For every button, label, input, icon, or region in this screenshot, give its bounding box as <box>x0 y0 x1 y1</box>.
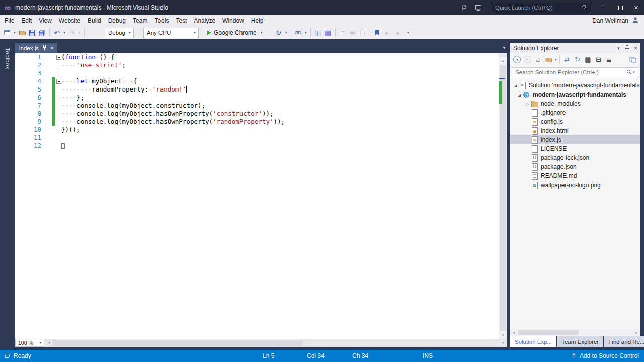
search-options-dropdown-icon[interactable]: ▾ <box>632 70 636 74</box>
tree-item-index-js[interactable]: index.js <box>510 135 640 144</box>
bookmark-icon[interactable] <box>372 27 382 38</box>
browser-link-refresh-icon[interactable]: ↻ <box>274 27 284 38</box>
code-line-7[interactable]: 7····console.log(myObject.constructor); <box>15 102 499 110</box>
line-number[interactable]: 10 <box>15 126 41 134</box>
expander-collapsed-icon[interactable]: ▷ <box>524 102 531 106</box>
line-number[interactable]: 5 <box>15 85 41 94</box>
tree-item-license[interactable]: LICENSE <box>510 144 640 153</box>
code-area[interactable]: 1(function·()·{2····'use·strict';34····l… <box>15 53 499 339</box>
line-number[interactable]: 12 <box>15 142 41 150</box>
tab-close-icon[interactable]: × <box>50 45 53 51</box>
status-insert-mode[interactable]: INS <box>423 352 433 359</box>
open-file-icon[interactable] <box>17 27 27 38</box>
tree-item-config-js[interactable]: config.js <box>510 117 640 126</box>
menu-window[interactable]: Window <box>219 15 248 26</box>
scroll-right-icon[interactable]: ▸ <box>500 339 507 347</box>
line-number[interactable]: 4 <box>15 77 41 85</box>
tool-tab-find-and-re-[interactable]: Find and Re... <box>604 336 644 347</box>
code-line-11[interactable]: 11 <box>15 134 499 142</box>
solution-search-input[interactable]: Search Solution Explorer (Ctrl+;) ▾ <box>512 67 638 77</box>
menu-build[interactable]: Build <box>84 15 105 26</box>
menu-edit[interactable]: Edit <box>18 15 35 26</box>
menu-tools[interactable]: Tools <box>151 15 172 26</box>
menu-file[interactable]: File <box>1 15 18 26</box>
line-number[interactable]: 7 <box>15 102 41 110</box>
scrollbar-track[interactable] <box>499 64 507 332</box>
code-line-9[interactable]: 9····console.log(myObject.hasOwnProperty… <box>15 118 499 126</box>
menu-view[interactable]: View <box>35 15 55 26</box>
status-column[interactable]: Col 34 <box>307 352 325 359</box>
run-target-dropdown-icon[interactable]: ▾ <box>259 27 264 38</box>
horizontal-scrollbar-thumb[interactable] <box>53 340 303 346</box>
undo-dropdown-icon[interactable]: ▾ <box>62 27 67 38</box>
line-number[interactable]: 8 <box>15 110 41 118</box>
menu-website[interactable]: Website <box>55 15 84 26</box>
status-line[interactable]: Ln 5 <box>263 352 274 359</box>
tree-horizontal-scrollb[interactable]: ◂ ▸ <box>510 329 640 336</box>
collapse-all-icon[interactable]: ⊟ <box>593 54 604 65</box>
expander-expanded-icon[interactable]: ◢ <box>516 93 523 97</box>
fold-collapse-icon[interactable] <box>56 79 61 84</box>
status-character[interactable]: Ch 34 <box>352 352 368 359</box>
code-line-2[interactable]: 2····'use·strict'; <box>15 61 499 69</box>
split-view-icon[interactable]: ◫ <box>313 27 323 38</box>
line-number[interactable]: 3 <box>15 69 41 77</box>
refresh-icon[interactable]: ↻ <box>572 54 583 65</box>
start-debugging-button[interactable]: Google Chrome ▾ <box>204 27 267 38</box>
code-line-6[interactable]: 6····}; <box>15 94 499 102</box>
pin-icon[interactable] <box>42 45 47 52</box>
solution-configuration-dropdown[interactable]: Debug ▾ <box>105 28 134 38</box>
solution-explorer-header[interactable]: Solution Explorer ▾ × <box>510 43 640 53</box>
tool-tab-team-explorer[interactable]: Team Explorer <box>557 336 603 347</box>
tree-item-node-modules[interactable]: ▷node_modules <box>510 99 640 108</box>
quick-launch-input[interactable]: Quick Launch (Ctrl+Q) <box>492 3 591 13</box>
new-project-dropdown-icon[interactable]: ▾ <box>12 27 17 38</box>
new-project-icon[interactable] <box>2 27 12 38</box>
scroll-right-icon[interactable]: ▸ <box>633 329 640 336</box>
save-icon[interactable] <box>27 27 37 38</box>
toolbox-autohide-tab[interactable]: Toolbox <box>1 43 14 74</box>
code-line-3[interactable]: 3 <box>15 69 499 77</box>
menu-analyze[interactable]: Analyze <box>190 15 219 26</box>
maximize-button[interactable] <box>613 0 628 15</box>
tree-item-solution-modern-javascript-fundamentals-[interactable]: ◢Solution 'modern-javascript-fundamental… <box>510 81 640 90</box>
tree-item-wallpaper-no-logo-png[interactable]: wallpaper-no-logo.png <box>510 180 640 190</box>
search-icon[interactable] <box>626 68 632 77</box>
line-number[interactable]: 9 <box>15 118 41 126</box>
preview-in-browser-icon[interactable]: ▦ <box>323 27 333 38</box>
close-button[interactable]: × <box>628 0 644 15</box>
properties-icon[interactable]: ≣ <box>604 54 614 65</box>
toolbar-overflow-icon[interactable]: ▾ <box>406 27 411 38</box>
window-position-dropdown-icon[interactable]: ▾ <box>614 44 623 52</box>
code-line-1[interactable]: 1(function·()·{ <box>15 53 499 61</box>
tree-item-readme-md[interactable]: README.md <box>510 171 640 180</box>
line-number[interactable]: 1 <box>15 53 41 61</box>
account-avatar-icon[interactable] <box>632 17 639 25</box>
close-panel-icon[interactable]: × <box>631 44 640 52</box>
menu-test[interactable]: Test <box>172 15 190 26</box>
code-line-4[interactable]: 4····let·myObject·=·{ <box>15 77 499 85</box>
undo-icon[interactable]: ↶ <box>52 27 62 38</box>
sync-with-active-document-icon[interactable]: ⇄ <box>561 54 572 65</box>
tree-item-modern-javascript-fundamentals[interactable]: ◢modern-javascript-fundamentals <box>510 90 640 99</box>
scope-dropdown-icon[interactable]: ▾ <box>554 58 558 62</box>
solution-platform-dropdown[interactable]: Any CPU ▾ <box>143 28 199 38</box>
save-all-icon[interactable] <box>37 27 47 38</box>
scroll-down-icon[interactable]: ▾ <box>499 332 507 339</box>
document-tab-indexjs[interactable]: index.js × <box>15 43 57 53</box>
scroll-up-icon[interactable]: ▴ <box>499 57 507 64</box>
browser-link-dropdown-icon[interactable]: ▾ <box>284 27 289 38</box>
tree-item--gitignore[interactable]: .gitignore <box>510 108 640 117</box>
user-name[interactable]: Dan Wellman <box>592 17 628 24</box>
menu-help[interactable]: Help <box>248 15 267 26</box>
code-line-8[interactable]: 8····console.log(myObject.hasOwnProperty… <box>15 110 499 118</box>
document-list-dropdown-icon[interactable]: ▾ <box>503 46 505 50</box>
preview-selected-items-icon[interactable] <box>627 54 638 65</box>
horizontal-scrollbar[interactable] <box>53 339 499 347</box>
tree-item-index-html[interactable]: index.html <box>510 126 640 135</box>
navigate-back-icon[interactable]: ◂ <box>512 54 522 65</box>
expander-expanded-icon[interactable]: ◢ <box>512 83 519 88</box>
code-line-5[interactable]: 5········randomProperty:·'random!' <box>15 85 499 94</box>
tree-item-package-json[interactable]: package.json <box>510 162 640 171</box>
feedback-icon[interactable] <box>471 2 486 13</box>
